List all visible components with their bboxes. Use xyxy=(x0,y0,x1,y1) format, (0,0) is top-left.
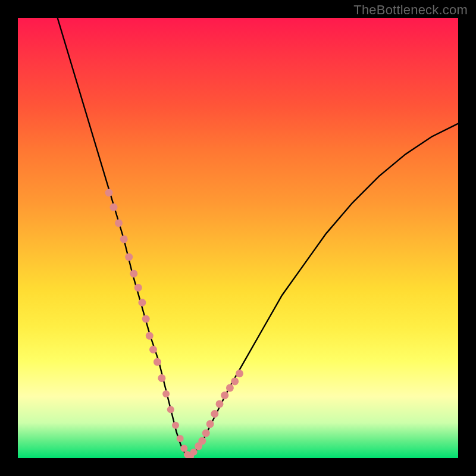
curve-marker xyxy=(146,332,154,340)
curve-marker xyxy=(177,435,184,442)
curve-marker xyxy=(206,420,214,428)
curve-marker xyxy=(154,358,161,366)
curve-marker xyxy=(149,346,157,353)
curve-marker xyxy=(115,219,123,227)
curve-marker xyxy=(105,189,113,197)
bottleneck-curve xyxy=(18,18,458,458)
plot-area xyxy=(18,18,458,458)
curve-marker xyxy=(226,384,234,392)
curve-marker xyxy=(231,377,239,385)
curve-marker xyxy=(162,390,170,397)
curve-marker xyxy=(167,406,174,413)
pink-dots-valley xyxy=(158,375,197,458)
chart-frame: TheBottleneck.com xyxy=(0,0,476,476)
curve-marker xyxy=(216,400,224,408)
curve-marker xyxy=(110,203,118,211)
pink-dots-right xyxy=(195,369,243,450)
watermark-text: TheBottleneck.com xyxy=(353,2,468,18)
curve-marker xyxy=(202,430,210,437)
curve-marker xyxy=(180,444,187,452)
curve-marker xyxy=(198,437,206,445)
curve-marker xyxy=(134,284,142,292)
curve-marker xyxy=(125,253,133,261)
curve-marker xyxy=(138,299,146,306)
curve-marker xyxy=(236,369,243,377)
curve-marker xyxy=(221,392,228,399)
curve-marker xyxy=(130,270,137,277)
curve-marker xyxy=(158,375,165,382)
curve-marker xyxy=(120,235,128,243)
curve-marker xyxy=(190,449,198,456)
curve-path xyxy=(58,18,458,458)
curve-marker xyxy=(142,315,150,323)
curve-marker xyxy=(211,410,218,418)
curve-marker xyxy=(172,422,179,429)
